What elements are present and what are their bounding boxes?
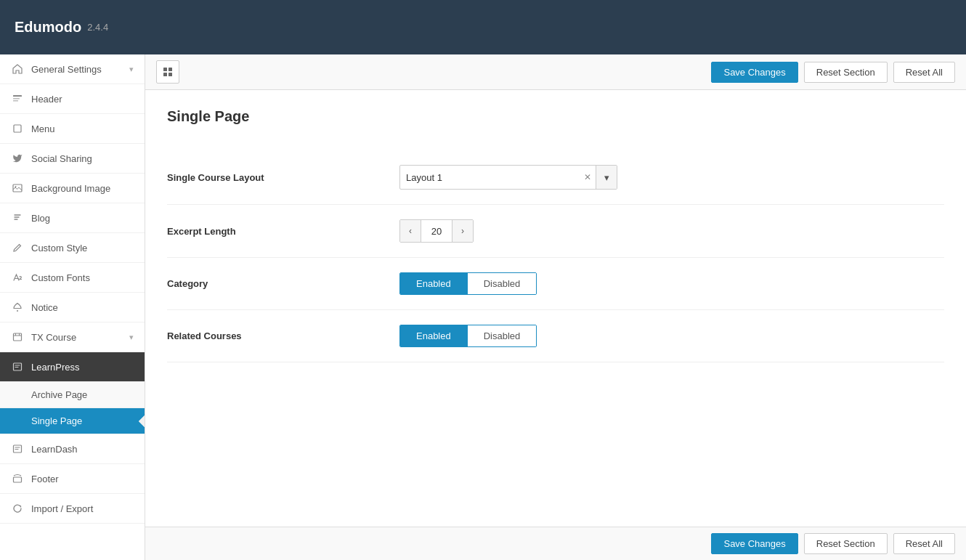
sidebar-item-general-settings-label: General Settings — [31, 64, 102, 75]
sidebar-item-custom-fonts-label: Custom Fonts — [31, 272, 90, 283]
sidebar-item-import-export[interactable]: Import / Export — [0, 494, 145, 524]
excerpt-length-label: Excerpt Length — [167, 226, 399, 237]
sidebar-item-tx-course-label: TX Course — [31, 332, 76, 343]
single-course-layout-select[interactable]: Layout 1 ✕ ▾ — [399, 165, 617, 190]
topbar: Edumodo 2.4.4 — [0, 0, 966, 54]
sidebar-item-learndash-label: LearnDash — [31, 444, 78, 455]
sidebar-item-blog[interactable]: Blog — [0, 203, 145, 233]
panel-title: Single Page — [167, 108, 944, 136]
category-toggle-group: Enabled Disabled — [399, 272, 537, 295]
svg-rect-13 — [163, 73, 167, 76]
top-toolbar: Save Changes Reset Section Reset All — [145, 54, 966, 90]
svg-rect-0 — [13, 95, 22, 97]
single-course-layout-row: Single Course Layout Layout 1 ✕ ▾ — [167, 150, 944, 205]
excerpt-length-row: Excerpt Length ‹ 20 › — [167, 205, 944, 258]
single-course-layout-control: Layout 1 ✕ ▾ — [399, 165, 944, 190]
sidebar: General Settings ▾ Header Menu — [0, 54, 145, 560]
sidebar-subitem-single-page[interactable]: Single Page — [0, 408, 145, 434]
svg-rect-14 — [169, 73, 172, 76]
svg-rect-11 — [163, 68, 167, 71]
sidebar-item-import-export-label: Import / Export — [31, 503, 93, 514]
footer-icon — [11, 472, 24, 485]
reset-all-button-bottom[interactable]: Reset All — [893, 533, 955, 554]
svg-rect-1 — [13, 98, 20, 100]
related-courses-control: Enabled Disabled — [399, 325, 944, 347]
reset-section-button-bottom[interactable]: Reset Section — [804, 533, 888, 554]
tx-course-icon — [11, 330, 24, 344]
sidebar-item-custom-style-label: Custom Style — [31, 243, 87, 253]
save-changes-button-top[interactable]: Save Changes — [711, 62, 797, 83]
svg-rect-7 — [14, 333, 22, 341]
app-title: Edumodo — [15, 19, 81, 36]
stepper-value: 20 — [421, 220, 452, 242]
twitter-icon — [11, 152, 24, 165]
sidebar-subitem-single-page-label: Single Page — [31, 415, 82, 426]
app-version: 2.4.4 — [87, 22, 108, 33]
sidebar-item-header-label: Header — [31, 94, 62, 105]
related-courses-toggle-group: Enabled Disabled — [399, 325, 537, 347]
sidebar-item-menu[interactable]: Menu — [0, 114, 145, 144]
grid-view-button[interactable] — [156, 60, 179, 84]
save-changes-button-bottom[interactable]: Save Changes — [711, 533, 797, 554]
blog-icon — [11, 211, 24, 224]
single-course-layout-label: Single Course Layout — [167, 172, 399, 183]
sidebar-subitem-archive-page-wrap: Archive Page — [0, 382, 145, 408]
category-enabled-button[interactable]: Enabled — [400, 273, 467, 294]
sidebar-item-background-image[interactable]: Background Image — [0, 174, 145, 203]
sidebar-item-menu-label: Menu — [31, 123, 55, 134]
category-label: Category — [167, 278, 399, 289]
notice-icon — [11, 301, 24, 314]
category-row: Category Enabled Disabled — [167, 258, 944, 310]
excerpt-length-control: ‹ 20 › — [399, 219, 944, 243]
related-courses-disabled-button[interactable]: Disabled — [467, 325, 537, 346]
sidebar-item-background-image-label: Background Image — [31, 183, 110, 194]
sidebar-item-notice[interactable]: Notice — [0, 293, 145, 322]
sidebar-item-header[interactable]: Header — [0, 84, 145, 114]
chevron-down-icon-tx: ▾ — [129, 333, 134, 342]
select-clear-button[interactable]: ✕ — [579, 166, 596, 189]
svg-rect-10 — [14, 477, 22, 482]
sidebar-item-custom-style[interactable]: Custom Style — [0, 233, 145, 263]
reset-all-button-top[interactable]: Reset All — [893, 62, 955, 83]
sidebar-item-general-settings[interactable]: General Settings ▾ — [0, 54, 145, 84]
sidebar-item-social-sharing[interactable]: Social Sharing — [0, 144, 145, 174]
main-panel: Single Page Single Course Layout Layout … — [145, 90, 966, 527]
related-courses-row: Related Courses Enabled Disabled — [167, 310, 944, 362]
related-courses-label: Related Courses — [167, 330, 399, 341]
header-icon — [11, 92, 24, 105]
stepper-increment-button[interactable]: › — [452, 220, 473, 242]
stepper-decrement-button[interactable]: ‹ — [400, 220, 421, 242]
home-icon — [11, 62, 24, 76]
svg-rect-3 — [14, 125, 21, 132]
sidebar-item-custom-fonts[interactable]: Custom Fonts — [0, 263, 145, 293]
sidebar-item-learnpress[interactable]: LearnPress — [0, 352, 145, 382]
sidebar-subitem-single-page-wrap: Single Page — [0, 408, 145, 434]
toolbar-left — [156, 60, 705, 84]
svg-rect-2 — [13, 100, 18, 102]
sidebar-item-social-sharing-label: Social Sharing — [31, 153, 92, 164]
sidebar-subitem-archive-page[interactable]: Archive Page — [0, 382, 145, 408]
svg-rect-12 — [169, 68, 172, 71]
related-courses-enabled-button[interactable]: Enabled — [400, 325, 467, 346]
category-disabled-button[interactable]: Disabled — [467, 273, 537, 294]
learndash-icon — [11, 442, 24, 455]
learnpress-icon — [11, 360, 24, 373]
content-area: Save Changes Reset Section Reset All Sin… — [145, 54, 966, 560]
select-arrow-button[interactable]: ▾ — [596, 166, 617, 189]
fonts-icon — [11, 271, 24, 284]
bottom-toolbar: Save Changes Reset Section Reset All — [145, 527, 966, 560]
pencil-icon — [11, 241, 24, 254]
menu-icon — [11, 122, 24, 135]
image-icon — [11, 182, 24, 195]
sidebar-item-learndash[interactable]: LearnDash — [0, 434, 145, 464]
excerpt-length-stepper: ‹ 20 › — [399, 219, 474, 243]
reset-section-button-top[interactable]: Reset Section — [804, 62, 888, 83]
sidebar-item-footer[interactable]: Footer — [0, 464, 145, 494]
refresh-icon — [11, 502, 24, 515]
main-layout: General Settings ▾ Header Menu — [0, 54, 966, 560]
svg-rect-6 — [17, 310, 18, 312]
sidebar-item-learnpress-label: LearnPress — [31, 362, 79, 373]
sidebar-item-tx-course[interactable]: TX Course ▾ — [0, 322, 145, 352]
chevron-down-icon: ▾ — [129, 65, 134, 74]
sidebar-subitem-archive-page-label: Archive Page — [31, 389, 87, 400]
